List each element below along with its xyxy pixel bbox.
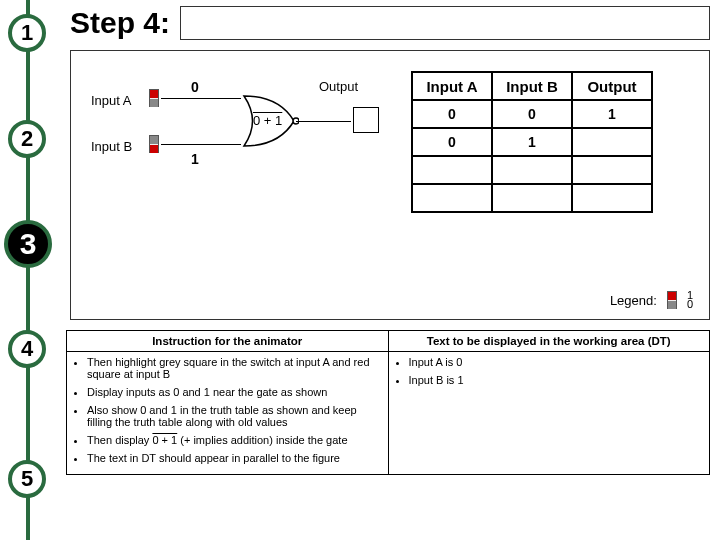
title-input-box[interactable]	[180, 6, 710, 40]
step-marker-1[interactable]: 1	[8, 14, 46, 52]
step-title: Step 4:	[70, 6, 170, 40]
switch-a-red	[150, 90, 158, 98]
output-box	[353, 107, 379, 133]
instr-header-right: Text to be displayed in the working area…	[388, 331, 710, 352]
table-row	[412, 184, 652, 212]
wire-output	[296, 121, 351, 122]
table-row: 0 1	[412, 128, 652, 156]
table-row	[412, 156, 652, 184]
th-output: Output	[572, 72, 652, 100]
list-item: Input A is 0	[409, 356, 704, 368]
table-row: 0 0 1	[412, 100, 652, 128]
step-marker-3[interactable]: 3	[4, 220, 52, 268]
instr-left-cell: Then highlight grey square in the switch…	[67, 352, 389, 475]
wire-b	[161, 144, 241, 145]
legend-red	[668, 292, 676, 300]
wire-a	[161, 98, 241, 99]
input-b-label: Input B	[91, 139, 132, 154]
step-marker-5[interactable]: 5	[8, 460, 46, 498]
switch-input-a[interactable]	[149, 89, 159, 107]
switch-b-grey	[150, 136, 158, 144]
list-item: The text in DT should appear in parallel…	[87, 452, 382, 464]
instr-right-cell: Input A is 0 Input B is 1	[388, 352, 710, 475]
legend-switch-icon	[667, 291, 677, 309]
switch-input-b[interactable]	[149, 135, 159, 153]
th-input-a: Input A	[412, 72, 492, 100]
step-marker-2[interactable]: 2	[8, 120, 46, 158]
output-label: Output	[319, 79, 358, 94]
legend-label: Legend:	[610, 293, 657, 308]
step-marker-4[interactable]: 4	[8, 330, 46, 368]
step-timeline	[26, 0, 30, 540]
switch-a-grey	[150, 99, 158, 107]
list-item: Display inputs as 0 and 1 near the gate …	[87, 386, 382, 398]
list-item: Then display 0 + 1 (+ implies addition) …	[87, 434, 382, 446]
legend-grey	[668, 301, 676, 309]
list-item: Also show 0 and 1 in the truth table as …	[87, 404, 382, 428]
instr-header-left: Instruction for the animator	[67, 331, 389, 352]
legend-values: 1 0	[687, 291, 693, 309]
th-input-b: Input B	[492, 72, 572, 100]
list-item: Then highlight grey square in the switch…	[87, 356, 382, 380]
title-row: Step 4:	[70, 0, 710, 46]
input-a-label: Input A	[91, 93, 131, 108]
working-area: Input A Input B 0 1 0 + 1 Output Input A…	[70, 50, 710, 320]
truth-table: Input A Input B Output 0 0 1 0 1	[411, 71, 653, 213]
legend: Legend: 1 0	[610, 291, 693, 309]
switch-b-red	[150, 145, 158, 153]
input-b-value: 1	[191, 151, 199, 167]
list-item: Input B is 1	[409, 374, 704, 386]
instruction-table: Instruction for the animator Text to be …	[66, 330, 710, 475]
input-a-value: 0	[191, 79, 199, 95]
gate-expression: 0 + 1	[253, 113, 282, 128]
